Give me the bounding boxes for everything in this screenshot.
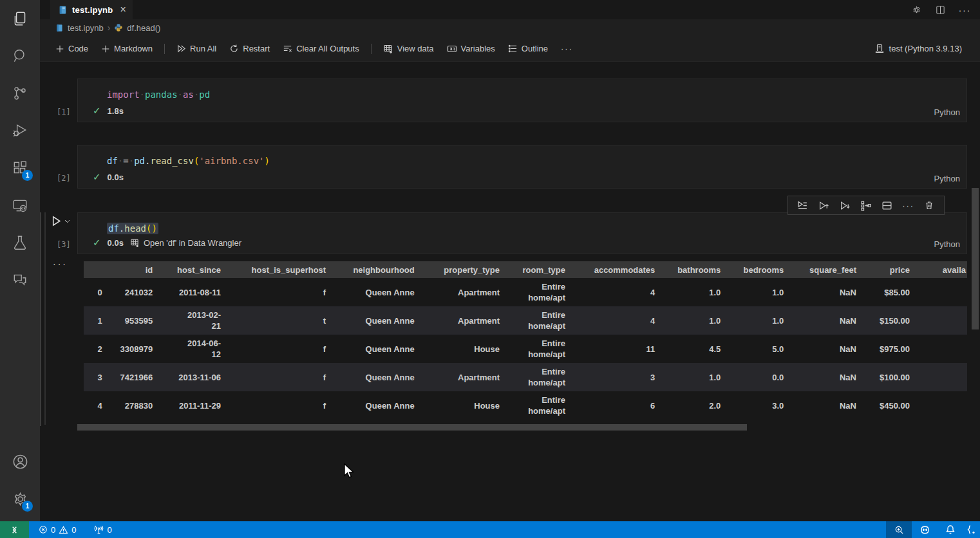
code-line[interactable]: df.head() [78, 213, 966, 235]
add-code-button[interactable]: Code [50, 41, 93, 56]
table-cell: 3.0 [722, 391, 785, 420]
vertical-scrollbar[interactable] [972, 188, 979, 329]
cell-language[interactable]: Python [934, 107, 960, 117]
table-cell: t [222, 306, 327, 335]
table-row: 233089792014-06- 12fQueen AnneHouseEntir… [84, 335, 967, 363]
restart-button[interactable]: Restart [224, 41, 275, 56]
remote-explorer-icon[interactable] [5, 190, 35, 221]
table-cell: 1.0 [656, 278, 722, 306]
editor-area: test.ipynb × ··· test.ipynb › df.head() … [40, 0, 980, 521]
table-cell: NaN [785, 335, 858, 363]
data-wrangler-link[interactable]: Open 'df' in Data Wrangler [130, 238, 241, 248]
table-cell: $100.00 [858, 363, 911, 391]
table-cell: 0 [84, 278, 104, 306]
execution-time: 0.0s [108, 172, 124, 182]
code-cell-3[interactable]: df.head() ✓ 0.0s Open 'df' in Data Wrang… [77, 212, 967, 254]
split-editor-icon[interactable] [935, 5, 946, 15]
table-cell: 1.0 [722, 278, 785, 306]
copilot-icon[interactable] [912, 521, 938, 538]
table-header-cell: room_type [501, 261, 567, 278]
cell-focus-indicator [40, 212, 41, 426]
split-cell-icon[interactable] [879, 198, 896, 213]
table-cell: 241032 [104, 278, 154, 306]
code-cell-1[interactable]: import·pandas·as·pd ✓ 1.8s Python [77, 79, 967, 122]
kernel-picker[interactable]: test (Python 3.9.13) [874, 44, 962, 54]
extensions-icon[interactable]: 1 [5, 153, 35, 183]
table-cell [911, 363, 967, 391]
code-token: · [129, 156, 134, 166]
table-row: 42788302011-11-29fQueen AnneHouseEntire … [84, 391, 967, 420]
settings-gear-icon[interactable]: 1 [5, 483, 35, 514]
notifications-bell-icon[interactable] [938, 521, 963, 538]
source-control-icon[interactable] [5, 78, 35, 109]
success-check-icon: ✓ [93, 171, 101, 183]
search-icon[interactable] [5, 41, 35, 71]
table-row: 19535952013-02- 21tQueen AnneApartmentEn… [84, 306, 967, 335]
add-markdown-button[interactable]: Markdown [96, 41, 158, 56]
zoom-icon [894, 525, 904, 535]
settings-badge: 1 [22, 501, 33, 512]
run-all-button[interactable]: Run All [171, 41, 221, 56]
code-token: pd [134, 156, 145, 166]
breadcrumb-file[interactable]: test.ipynb [68, 23, 104, 33]
variables-button[interactable]: Variables [442, 41, 500, 57]
dataframe-table: idhost_sincehost_is_superhostneighbourho… [84, 261, 967, 420]
status-bar: 0 0 0 [0, 521, 980, 538]
code-token: · [140, 89, 145, 100]
table-cell: 4 [567, 278, 656, 306]
braces-icon[interactable] [963, 521, 980, 538]
more-actions-icon[interactable]: ··· [959, 5, 972, 15]
table-header-cell: bedrooms [722, 261, 785, 278]
table-cell: 4.5 [656, 335, 722, 363]
remote-indicator[interactable] [0, 521, 29, 538]
horizontal-scrollbar[interactable] [77, 424, 747, 431]
table-cell: f [222, 335, 327, 363]
delete-cell-icon[interactable] [921, 198, 938, 213]
table-cell: Apartment [416, 363, 501, 391]
execute-below-icon[interactable] [836, 198, 853, 213]
table-header-cell: host_since [154, 261, 222, 278]
cell-language[interactable]: Python [934, 174, 960, 183]
clear-all-outputs-button[interactable]: Clear All Outputs [278, 41, 364, 56]
table-cell: 1.0 [656, 363, 722, 391]
tab-test-ipynb[interactable]: test.ipynb × [50, 0, 133, 19]
notebook-body: import·pandas·as·pd ✓ 1.8s Python [1] df… [40, 62, 980, 521]
testing-icon[interactable] [5, 227, 35, 258]
outline-button[interactable]: Outline [503, 41, 553, 56]
table-cell: 2013-11-06 [154, 363, 222, 391]
code-token: · [178, 89, 183, 100]
table-header-cell: availa [911, 261, 967, 278]
code-token: pd [199, 89, 210, 100]
execute-above-icon[interactable] [815, 198, 832, 213]
output-more-actions[interactable]: ··· [53, 259, 68, 269]
execute-cells-icon[interactable] [794, 198, 811, 213]
toolbar-more-button[interactable]: ··· [556, 41, 578, 56]
join-cells-icon[interactable] [858, 198, 874, 213]
problems-indicator[interactable]: 0 0 [34, 521, 80, 538]
errors-icon [39, 525, 48, 534]
cell-status: ✓ 0.0s Open 'df' in Data Wrangler [93, 237, 241, 248]
run-debug-icon[interactable] [5, 115, 35, 146]
comments-icon[interactable] [5, 264, 35, 295]
run-cell-button[interactable] [50, 215, 71, 227]
zoom-indicator[interactable] [886, 521, 912, 538]
breadcrumb-symbol[interactable]: df.head() [127, 23, 160, 33]
code-line[interactable]: df·=·pd.read_csv('airbnb.csv') [78, 145, 966, 167]
code-token: as [183, 89, 194, 100]
view-data-button[interactable]: View data [378, 41, 439, 57]
account-icon[interactable] [5, 446, 35, 477]
ports-indicator[interactable]: 0 [90, 521, 116, 538]
table-header-cell: host_is_superhost [222, 261, 327, 278]
cell-language[interactable]: Python [934, 239, 960, 249]
execution-count: [3] [57, 240, 71, 249]
explorer-icon[interactable] [5, 3, 35, 34]
table-cell: 4 [567, 306, 656, 335]
gear-icon[interactable] [911, 5, 922, 15]
code-cell-2[interactable]: df·=·pd.read_csv('airbnb.csv') ✓ 0.0s Py… [77, 145, 967, 189]
code-line[interactable]: import·pandas·as·pd [78, 79, 966, 101]
cell-more-actions-icon[interactable]: ··· [900, 198, 917, 213]
tab-close-icon[interactable]: × [120, 5, 126, 15]
table-header-cell: property_type [416, 261, 501, 278]
table-cell: $85.00 [858, 278, 911, 306]
table-cell: $975.00 [858, 335, 911, 363]
